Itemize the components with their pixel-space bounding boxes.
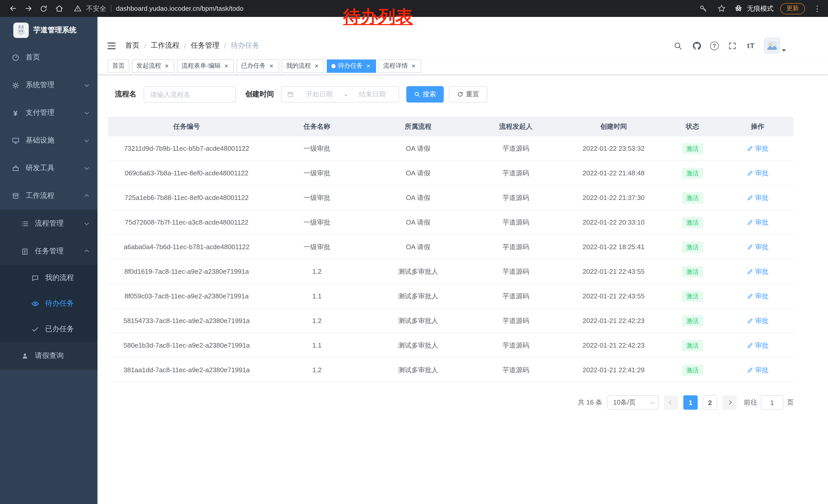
close-icon[interactable] — [365, 62, 371, 70]
docs-help-icon[interactable] — [710, 41, 719, 50]
breadcrumb-home[interactable]: 首页 — [125, 41, 139, 50]
font-size-icon[interactable] — [745, 40, 757, 51]
status-badge: 激活 — [682, 364, 703, 375]
sidebar-collapse-icon[interactable] — [106, 40, 117, 51]
breadcrumb-separator — [224, 42, 226, 50]
close-icon[interactable] — [223, 62, 229, 70]
cell-process: 测试多审批人 — [368, 316, 468, 325]
toolbox-icon — [11, 164, 19, 172]
update-button[interactable]: 更新 — [780, 3, 805, 14]
next-page-button[interactable] — [722, 395, 737, 410]
sidebar-item-infra[interactable]: 基础设施 — [0, 127, 97, 154]
cell-created: 2022-01-21 22:42:23 — [564, 341, 663, 349]
caret-down-icon — [782, 49, 786, 52]
fullscreen-icon[interactable] — [727, 40, 738, 51]
sidebar-item-label: 支付管理 — [26, 108, 54, 118]
goto-page-input[interactable] — [761, 395, 783, 410]
sidebar-item-my-process[interactable]: 我的流程 — [0, 265, 97, 291]
tab-done-tasks[interactable]: 已办任务 — [237, 59, 279, 73]
tab-todo-tasks[interactable]: 待办任务 — [327, 59, 376, 73]
cell-initiator: 芋道源码 — [468, 242, 564, 251]
table-row: 75d72608-7b7f-11ec-a3c8-acde48001122 一级审… — [108, 210, 794, 235]
app-header: 首页 工作流程 任务管理 待办任务 — [97, 34, 828, 57]
approve-link[interactable]: 审批 — [747, 144, 769, 153]
approve-link[interactable]: 审批 — [747, 365, 769, 374]
close-icon[interactable] — [164, 62, 170, 70]
key-icon[interactable] — [698, 3, 709, 14]
browser-forward-button[interactable] — [20, 1, 36, 16]
close-icon[interactable] — [410, 62, 417, 70]
approve-link[interactable]: 审批 — [747, 316, 769, 325]
browser-back-button[interactable] — [5, 1, 20, 16]
edit-icon — [747, 244, 753, 250]
user-avatar[interactable] — [764, 38, 780, 53]
breadcrumb-workflow[interactable]: 工作流程 — [151, 41, 179, 50]
bookmark-star-icon[interactable] — [716, 3, 727, 14]
chevron-right-icon — [728, 401, 732, 405]
approve-link[interactable]: 审批 — [747, 169, 769, 178]
page-1-button[interactable]: 1 — [683, 395, 698, 410]
sidebar-item-home[interactable]: 首页 — [0, 44, 97, 71]
not-secure-label: 不安全 — [86, 4, 106, 13]
approve-link[interactable]: 审批 — [747, 242, 769, 251]
page-size-select[interactable]: 10条/页 — [608, 395, 659, 410]
close-icon[interactable] — [314, 62, 320, 70]
sidebar-item-task-management[interactable]: 任务管理 — [0, 237, 97, 265]
page-size-value: 10条/页 — [613, 398, 636, 407]
prev-page-button[interactable] — [664, 395, 678, 410]
user-menu[interactable] — [764, 38, 786, 53]
approve-link[interactable]: 审批 — [747, 218, 769, 227]
approve-link[interactable]: 审批 — [747, 291, 769, 301]
cell-task-name: 1.1 — [265, 341, 368, 349]
approve-link[interactable]: 审批 — [747, 267, 769, 276]
cell-task-name: 1.2 — [265, 268, 368, 275]
date-range-picker[interactable]: 开始日期 - 结束日期 — [281, 86, 399, 102]
status-badge: 激活 — [682, 266, 703, 277]
edit-icon — [747, 194, 753, 201]
tab-process-detail[interactable]: 流程详情 — [379, 59, 421, 73]
edit-icon — [747, 145, 753, 151]
cell-task-id: 58154733-7ac8-11ec-a9e2-a2380e71991a — [108, 317, 265, 325]
cell-task-id: 580e1b3d-7ac8-11ec-a9e2-a2380e71991a — [108, 341, 265, 349]
tab-my-process[interactable]: 我的流程 — [282, 59, 324, 73]
search-icon[interactable] — [672, 40, 683, 51]
breadcrumb-task-management[interactable]: 任务管理 — [191, 41, 219, 50]
sidebar-item-workflow[interactable]: 工作流程 — [0, 182, 97, 210]
page-2-button[interactable]: 2 — [703, 395, 717, 410]
sidebar-item-label: 请假查询 — [35, 351, 64, 360]
cell-created: 2022-01-21 22:42:23 — [564, 317, 663, 325]
sidebar-item-system[interactable]: 系统管理 — [0, 71, 97, 99]
arrow-left-icon — [8, 4, 17, 13]
search-button[interactable]: 搜索 — [406, 86, 444, 102]
sidebar-item-devtools[interactable]: 研发工具 — [0, 154, 97, 182]
sidebar-item-payment[interactable]: ¥ 支付管理 — [0, 99, 97, 127]
sidebar-item-done-tasks[interactable]: 已办任务 — [0, 316, 97, 342]
tag-view-bar: 首页 发起流程 流程表单-编辑 已办任务 我的流程 待办任务 — [97, 57, 828, 75]
cell-initiator: 芋道源码 — [468, 316, 564, 325]
cell-task-name: 一级审批 — [265, 144, 368, 153]
browser-actions: 无痕模式 更新 — [698, 3, 823, 14]
chevron-left-icon — [669, 401, 673, 405]
approve-link[interactable]: 审批 — [747, 193, 769, 202]
browser-menu-icon[interactable] — [812, 3, 823, 14]
tab-home[interactable]: 首页 — [108, 59, 129, 73]
browser-home-button[interactable] — [51, 1, 67, 16]
sidebar-item-leave-query[interactable]: 请假查询 — [0, 342, 97, 370]
status-badge: 激活 — [682, 290, 703, 302]
browser-reload-button[interactable] — [36, 1, 51, 16]
tab-process-form-edit[interactable]: 流程表单-编辑 — [177, 59, 234, 73]
approve-link[interactable]: 审批 — [747, 341, 769, 350]
logo: 芋道管理系统 — [0, 17, 97, 44]
process-name-input[interactable] — [143, 86, 236, 102]
close-icon[interactable] — [268, 62, 275, 70]
tab-label: 待办任务 — [338, 61, 363, 70]
chevron-up-icon — [85, 182, 88, 210]
tab-start-process[interactable]: 发起流程 — [132, 59, 174, 73]
sidebar-item-process-management[interactable]: 流程管理 — [0, 210, 97, 237]
reset-button[interactable]: 重置 — [449, 86, 487, 102]
end-date-placeholder: 结束日期 — [351, 90, 394, 99]
sidebar-item-todo-tasks[interactable]: 待办任务 — [0, 291, 97, 316]
cell-initiator: 芋道源码 — [468, 291, 564, 301]
cell-task-id: 8f0d1619-7ac8-11ec-a9e2-a2380e71991a — [108, 268, 265, 275]
github-icon[interactable] — [691, 40, 702, 51]
